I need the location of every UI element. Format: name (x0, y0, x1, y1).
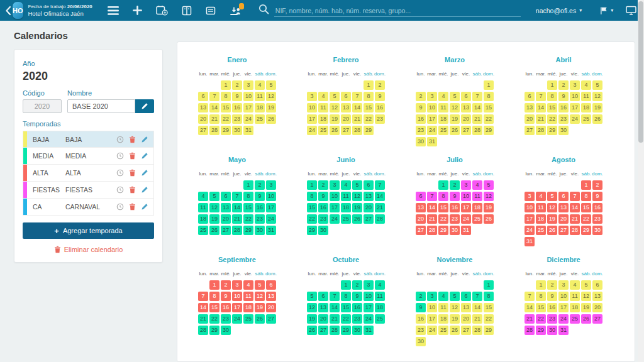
day-cell[interactable]: 28 (375, 214, 385, 224)
day-cell[interactable]: 12 (592, 92, 602, 101)
day-cell[interactable]: 9 (221, 292, 231, 301)
day-cell[interactable]: 13 (558, 203, 569, 212)
day-cell[interactable]: 7 (536, 92, 546, 101)
day-cell[interactable]: 18 (581, 103, 591, 112)
day-cell[interactable]: 30 (352, 326, 362, 335)
season-row[interactable]: MEDIAMEDIA (23, 148, 154, 165)
day-cell[interactable]: 2 (450, 180, 460, 190)
edit-season-icon[interactable] (141, 136, 148, 143)
back-icon[interactable] (5, 6, 11, 16)
day-cell[interactable]: 14 (525, 303, 535, 312)
day-cell[interactable]: 9 (416, 103, 426, 112)
app-logo[interactable]: HO (13, 2, 23, 19)
day-cell[interactable]: 21 (536, 114, 546, 124)
edit-name-button[interactable] (135, 99, 154, 113)
day-cell[interactable]: 24 (558, 314, 569, 324)
season-row[interactable]: FIESTASFIESTAS (23, 182, 154, 199)
new-booking-icon[interactable] (156, 5, 168, 16)
day-cell[interactable]: 6 (341, 92, 351, 101)
day-cell[interactable]: 30 (416, 137, 426, 146)
day-cell[interactable]: 5 (307, 292, 317, 301)
day-cell[interactable]: 22 (536, 314, 546, 324)
day-cell[interactable]: 21 (525, 314, 535, 324)
day-cell[interactable]: 2 (318, 180, 328, 190)
day-cell[interactable]: 8 (307, 192, 317, 201)
day-cell[interactable]: 11 (570, 292, 580, 301)
day-cell[interactable]: 19 (450, 114, 460, 124)
season-row[interactable]: ALTAALTA (23, 165, 154, 182)
day-cell[interactable]: 8 (438, 192, 448, 201)
day-cell[interactable]: 13 (592, 292, 602, 301)
day-cell[interactable]: 9 (450, 192, 460, 201)
day-cell[interactable]: 22 (209, 314, 219, 324)
day-cell[interactable]: 12 (450, 103, 460, 112)
day-cell[interactable]: 5 (581, 280, 591, 290)
day-cell[interactable]: 25 (341, 214, 351, 224)
day-cell[interactable]: 18 (438, 114, 448, 124)
day-cell[interactable]: 19 (352, 203, 362, 212)
day-cell[interactable]: 10 (232, 292, 242, 301)
day-cell[interactable]: 12 (266, 92, 276, 101)
day-cell[interactable]: 1 (209, 280, 219, 290)
day-cell[interactable]: 10 (364, 292, 374, 301)
day-cell[interactable]: 1 (243, 180, 253, 190)
day-cell[interactable]: 6 (592, 280, 602, 290)
day-cell[interactable]: 15 (581, 203, 591, 212)
day-cell[interactable]: 8 (341, 292, 351, 301)
day-cell[interactable]: 26 (255, 314, 265, 324)
day-cell[interactable]: 26 (307, 326, 317, 335)
day-cell[interactable]: 17 (266, 203, 276, 212)
day-cell[interactable]: 17 (525, 214, 535, 224)
day-cell[interactable]: 17 (570, 103, 580, 112)
day-cell[interactable]: 21 (352, 114, 362, 124)
day-cell[interactable]: 15 (484, 103, 494, 112)
day-cell[interactable]: 13 (461, 103, 471, 112)
day-cell[interactable]: 26 (581, 314, 591, 324)
add-icon[interactable] (133, 6, 142, 15)
day-cell[interactable]: 22 (307, 214, 317, 224)
day-cell[interactable]: 26 (330, 126, 340, 135)
day-cell[interactable]: 4 (255, 80, 265, 90)
day-cell[interactable]: 11 (438, 303, 448, 312)
day-cell[interactable]: 9 (547, 292, 557, 301)
day-cell[interactable]: 24 (364, 314, 374, 324)
day-cell[interactable]: 15 (307, 203, 317, 212)
delete-season-icon[interactable] (129, 169, 136, 177)
day-cell[interactable]: 19 (255, 303, 265, 312)
day-cell[interactable]: 23 (592, 214, 602, 224)
day-cell[interactable]: 5 (592, 80, 602, 90)
day-cell[interactable]: 23 (221, 314, 231, 324)
day-cell[interactable]: 7 (472, 92, 482, 101)
day-cell[interactable]: 24 (525, 226, 535, 235)
day-cell[interactable]: 3 (307, 92, 317, 101)
day-cell[interactable]: 29 (547, 126, 557, 135)
day-cell[interactable]: 31 (525, 237, 535, 246)
day-cell[interactable]: 25 (198, 226, 208, 235)
day-cell[interactable]: 9 (318, 192, 328, 201)
season-row[interactable]: CACARNAVAL (23, 199, 154, 216)
day-cell[interactable]: 13 (318, 303, 328, 312)
day-cell[interactable]: 5 (330, 92, 340, 101)
day-cell[interactable]: 23 (416, 326, 426, 335)
scrollbar-thumb[interactable] (638, 1, 643, 143)
day-cell[interactable]: 3 (427, 92, 437, 101)
day-cell[interactable]: 17 (307, 114, 317, 124)
day-cell[interactable]: 18 (536, 214, 546, 224)
day-cell[interactable]: 5 (352, 180, 362, 190)
day-cell[interactable]: 30 (255, 226, 265, 235)
day-cell[interactable]: 19 (484, 203, 494, 212)
day-cell[interactable]: 23 (450, 214, 460, 224)
day-cell[interactable]: 19 (266, 103, 276, 112)
day-cell[interactable]: 8 (484, 92, 494, 101)
day-cell[interactable]: 28 (525, 326, 535, 335)
day-cell[interactable]: 19 (547, 214, 557, 224)
delete-season-icon[interactable] (129, 203, 136, 211)
day-cell[interactable]: 31 (364, 326, 374, 335)
day-cell[interactable]: 22 (581, 214, 591, 224)
day-cell[interactable]: 26 (209, 226, 219, 235)
day-cell[interactable]: 1 (581, 180, 591, 190)
day-cell[interactable]: 30 (318, 226, 328, 235)
day-cell[interactable]: 2 (547, 280, 557, 290)
day-cell[interactable]: 24 (232, 314, 242, 324)
day-cell[interactable]: 4 (570, 280, 580, 290)
